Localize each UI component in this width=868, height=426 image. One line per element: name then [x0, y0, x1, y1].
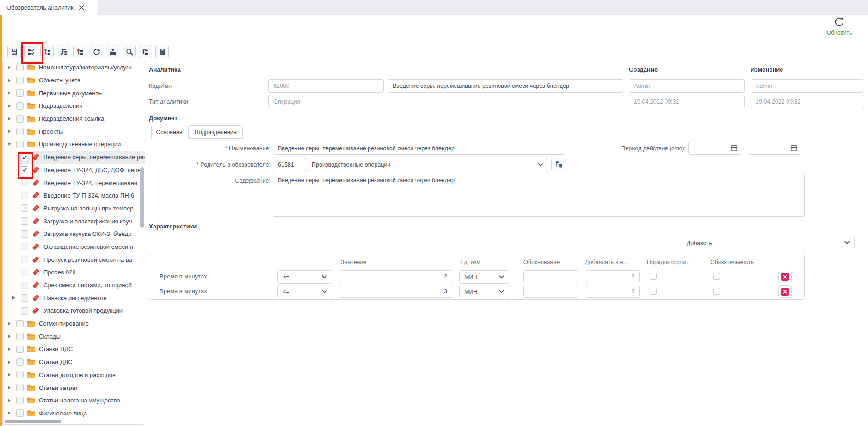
expand-arrow-icon[interactable]: [6, 79, 13, 82]
parent-tree-picker-button[interactable]: [551, 158, 566, 171]
tree-checkbox[interactable]: [21, 230, 28, 238]
tree-item-label[interactable]: Подразделения: [39, 102, 83, 109]
tree-item[interactable]: Номенклатура/материалы/услуги: [3, 61, 145, 74]
name-field[interactable]: [388, 79, 623, 93]
paste-button[interactable]: [155, 45, 169, 58]
tree-item-label[interactable]: Введение ТУ-324, ДБС, ДОФ, пере: [43, 167, 141, 173]
tree-item[interactable]: Введение ТУ-324, ДБС, ДОФ, пере: [3, 164, 145, 177]
period-to-field[interactable]: [748, 142, 801, 155]
tree-item-label[interactable]: Объекты учета: [39, 77, 80, 84]
tree-item[interactable]: Статьи налога на имущество: [3, 394, 145, 407]
expand-arrow-icon[interactable]: [6, 117, 13, 121]
tree-checkbox[interactable]: [16, 64, 24, 71]
tree-item[interactable]: Упаковка готовой продукции: [3, 304, 145, 317]
tree-checkbox[interactable]: [21, 307, 28, 315]
tree-item-label[interactable]: Проекты: [39, 128, 63, 135]
tree-item[interactable]: Просев 028: [3, 266, 145, 279]
tree-checkbox[interactable]: [21, 217, 28, 225]
tree-checkbox[interactable]: [16, 371, 24, 378]
tree-item-label[interactable]: Просев 028: [43, 269, 76, 276]
tree-checkbox[interactable]: [16, 358, 24, 366]
tree-checkbox[interactable]: [21, 192, 28, 199]
tree-item-label[interactable]: Упаковка готовой продукции: [43, 307, 123, 314]
tree-item-label[interactable]: Введение серы, перемешивание резиновой с…: [43, 154, 145, 161]
tab-subdivisions[interactable]: Подразделения: [188, 125, 243, 139]
tree-item[interactable]: Пропуск резиновой смеси на ва: [3, 253, 145, 266]
collapse-arrow-icon[interactable]: [6, 143, 13, 146]
calendar-icon[interactable]: [730, 144, 738, 152]
save-button[interactable]: [7, 45, 21, 58]
tree-item[interactable]: Загрузка каучука СКИ-3, б/ведр: [3, 228, 145, 241]
tree-checkbox[interactable]: [16, 102, 24, 110]
tree-item-label[interactable]: Загрузка каучука СКИ-3, б/ведр: [43, 230, 132, 237]
parent-code-field[interactable]: [273, 158, 305, 171]
tree-checkbox[interactable]: [21, 294, 28, 302]
code-field[interactable]: [268, 79, 384, 93]
expand-arrow-icon[interactable]: [6, 91, 13, 95]
tree-item[interactable]: Проекты: [3, 125, 145, 138]
tree-item-label[interactable]: Номенклатура/материалы/услуги: [39, 64, 132, 71]
import-button[interactable]: [106, 45, 119, 58]
refresh-button[interactable]: Обновить: [821, 16, 858, 36]
modified-at-field[interactable]: [751, 95, 864, 108]
tree-item[interactable]: Выгрузка на вальцы при темпер: [3, 202, 145, 215]
tree-item-label[interactable]: Введение ТУ-324, перемешивани: [43, 179, 137, 186]
tree-checkbox[interactable]: [16, 384, 24, 391]
tree-item-label[interactable]: Ставки НДС: [39, 346, 73, 352]
tree-item-label[interactable]: Первичные документы: [39, 90, 103, 97]
tree-checkbox[interactable]: [21, 282, 28, 289]
created-by-field[interactable]: [629, 79, 745, 93]
tree-item[interactable]: Статьи ДДС: [3, 356, 145, 369]
tree-checkbox[interactable]: [16, 115, 24, 123]
sort-order-checkbox[interactable]: [650, 273, 657, 280]
tree-item[interactable]: Первичные документы: [3, 86, 145, 99]
tree-item-label[interactable]: Срез смеси листами, толщиной: [43, 282, 132, 289]
tree-item[interactable]: Введение ТУ П-324, масла ПН-6: [3, 189, 145, 202]
expand-arrow-icon[interactable]: [6, 399, 13, 402]
expand-arrow-icon[interactable]: [6, 130, 13, 133]
refresh-tree-button[interactable]: [90, 45, 103, 58]
expand-arrow-icon[interactable]: [6, 386, 13, 389]
tree-item[interactable]: Объекты учета: [3, 74, 145, 87]
horizontal-scrollbar[interactable]: [5, 420, 61, 423]
expand-arrow-icon[interactable]: [6, 360, 13, 364]
copy-button[interactable]: [139, 45, 152, 58]
tree-item-label[interactable]: Статьи доходов и расходов: [39, 371, 116, 378]
tree-item-label[interactable]: Выгрузка на вальцы при темпер: [43, 205, 134, 212]
tree-checkbox[interactable]: [16, 141, 24, 148]
tree-item[interactable]: Загрузка и пластификация кауч: [3, 215, 145, 228]
content-field[interactable]: Введение серы, перемешивание резиновой с…: [273, 174, 805, 217]
close-icon[interactable]: [79, 5, 84, 10]
add-in-field[interactable]: [586, 270, 640, 283]
expand-arrow-icon[interactable]: [6, 104, 13, 108]
tree-item[interactable]: Статьи затрат: [3, 381, 145, 394]
tree-item-label[interactable]: Введение ТУ П-324, масла ПН-6: [43, 192, 134, 199]
tree-item[interactable]: Введение серы, перемешивание резиновой с…: [3, 151, 145, 164]
tree-item[interactable]: Ставки НДС: [3, 343, 145, 356]
expand-arrow-icon[interactable]: [6, 66, 13, 69]
tree-checkbox[interactable]: [16, 89, 24, 97]
tree-checkbox[interactable]: [21, 179, 28, 186]
tree-item[interactable]: Физические лица: [3, 407, 145, 420]
expand-arrow-icon[interactable]: [6, 322, 13, 326]
justification-field[interactable]: [523, 270, 578, 283]
tree-item-label[interactable]: Подразделения ссылка: [39, 115, 104, 122]
tree-item-label[interactable]: Загрузка и пластификация кауч: [43, 218, 132, 225]
parent-select[interactable]: Производственные операции: [307, 158, 548, 171]
tree-checkbox[interactable]: [16, 409, 24, 417]
tree-checkbox[interactable]: [16, 128, 24, 135]
tree-item[interactable]: Производственные операции: [3, 138, 145, 151]
expand-arrow-icon[interactable]: [6, 411, 13, 415]
tree-item[interactable]: Статьи доходов и расходов: [3, 369, 145, 382]
add-item-button[interactable]: [40, 45, 54, 58]
tree-item-label[interactable]: Статьи затрат: [39, 384, 78, 391]
tree-item[interactable]: Навеска ингредиентов: [3, 291, 145, 304]
vertical-scrollbar[interactable]: [140, 167, 144, 228]
operator-select[interactable]: <=: [277, 285, 332, 298]
tree-checkbox[interactable]: [16, 397, 24, 404]
tree-checkbox[interactable]: [16, 333, 24, 340]
search-button[interactable]: [123, 45, 136, 58]
tree-item[interactable]: Введение ТУ-324, перемешивани: [3, 176, 145, 189]
tree-checkbox[interactable]: [21, 204, 28, 212]
remove-item-button[interactable]: [73, 45, 86, 58]
